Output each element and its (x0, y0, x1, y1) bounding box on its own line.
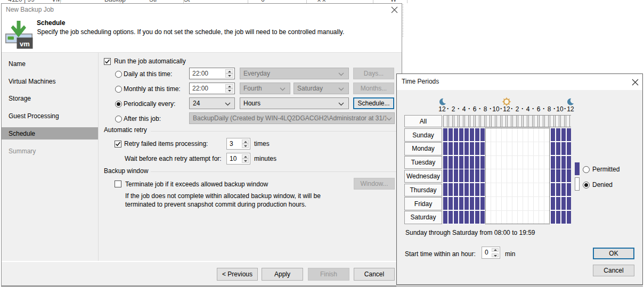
svg-text:vm: vm (20, 40, 30, 48)
